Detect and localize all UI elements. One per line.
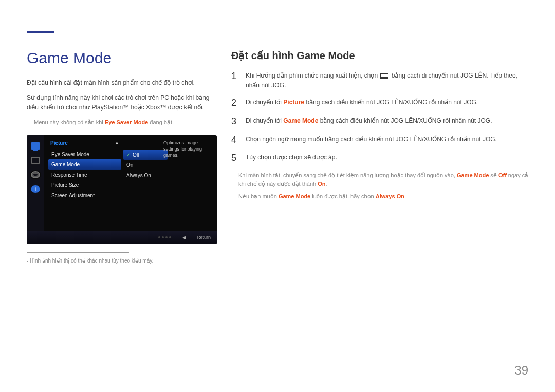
gear-icon <box>31 171 40 178</box>
step-number: 5 <box>231 153 238 164</box>
step-5: 5 Tùy chọn được chọn sẽ được áp. <box>231 153 529 164</box>
step-2: 2 Di chuyển tới Picture bằng cách điều k… <box>231 98 529 109</box>
osd-return-label: Return <box>197 235 211 240</box>
chevron-left-icon: ◀ <box>182 235 186 240</box>
step-text: Di chuyển tới Picture bằng cách điều khi… <box>246 98 529 107</box>
page-number: 39 <box>514 363 528 378</box>
intro-para-1: Đặt cấu hình cài đặt màn hình sản phẩm c… <box>27 78 217 88</box>
step-1: 1 Khi Hướng dẫn phím chức năng xuất hiện… <box>231 71 529 90</box>
info-icon: i <box>31 185 40 193</box>
note-text-post: đang bật. <box>148 119 174 125</box>
osd-item-screen-adjustment: Screen Adjustment <box>48 190 121 200</box>
square-icon <box>31 157 40 164</box>
nav-dots-icon <box>158 236 171 238</box>
note-text-pre: Menu này không có sẵn khi <box>34 119 105 125</box>
step-text: Tùy chọn được chọn sẽ được áp. <box>246 153 529 162</box>
osd-description: Optimizes image settings for playing gam… <box>163 140 213 158</box>
header-rule <box>27 32 528 32</box>
osd-option-on: On <box>123 160 168 170</box>
footnote-1: Khi màn hình tắt, chuyển sang chế độ tiế… <box>231 171 529 189</box>
menu-icon <box>380 73 388 79</box>
step-number: 1 <box>231 71 238 82</box>
note-text-highlight: Eye Saver Mode <box>105 119 148 125</box>
step-number: 3 <box>231 116 238 127</box>
osd-item-eye-saver: Eye Saver Mode <box>48 149 121 159</box>
left-column: Game Mode Đặt cấu hình cài đặt màn hình … <box>27 49 217 264</box>
monitor-icon <box>31 142 40 150</box>
osd-item-response-time: Response Time <box>48 170 121 180</box>
chevron-up-icon: ▲ <box>115 140 119 146</box>
step-text: Khi Hướng dẫn phím chức năng xuất hiện, … <box>246 71 529 90</box>
step-number: 4 <box>231 135 238 146</box>
section-subtitle: Đặt cấu hình Game Mode <box>231 49 529 62</box>
osd-item-picture-size: Picture Size <box>48 180 121 190</box>
step-text: Chọn ngôn ngữ mong muốn bằng cách điều k… <box>246 135 529 144</box>
osd-footer: ◀ Return <box>27 231 217 244</box>
step-4: 4 Chọn ngôn ngữ mong muốn bằng cách điều… <box>231 135 529 146</box>
step-3: 3 Di chuyển tới Game Mode bằng cách điều… <box>231 116 529 127</box>
right-column: Đặt cấu hình Game Mode 1 Khi Hướng dẫn p… <box>231 49 529 201</box>
osd-item-game-mode: Game Mode <box>48 159 121 170</box>
page-title: Game Mode <box>27 49 217 67</box>
header-rule-accent <box>27 31 54 33</box>
osd-option-always-on: Always On <box>123 170 168 180</box>
footnote-2: Nếu bạn muốn Game Mode luôn được bật, hã… <box>231 192 529 201</box>
footnotes: Khi màn hình tắt, chuyển sang chế độ tiế… <box>231 171 529 201</box>
note-eye-saver: Menu này không có sẵn khi Eye Saver Mode… <box>27 118 217 127</box>
steps-list: 1 Khi Hướng dẫn phím chức năng xuất hiện… <box>231 71 529 164</box>
osd-sidebar: i <box>27 135 44 231</box>
osd-option-off: Off <box>123 150 168 160</box>
osd-heading: Picture ▲ <box>48 139 121 149</box>
intro-para-2: Sử dụng tính năng này khi chơi các trò c… <box>27 93 217 113</box>
osd-caption: Hình ảnh hiển thị có thể khác nhau tùy t… <box>27 258 217 264</box>
step-number: 2 <box>231 98 238 109</box>
osd-options: Off On Always On <box>123 150 168 180</box>
step-text: Di chuyển tới Game Mode bằng cách điều k… <box>246 116 529 126</box>
osd-heading-label: Picture <box>50 140 68 146</box>
osd-screenshot: i Picture ▲ Eye Saver Mode Game Mode Res… <box>27 135 217 244</box>
caption-divider <box>27 252 130 253</box>
